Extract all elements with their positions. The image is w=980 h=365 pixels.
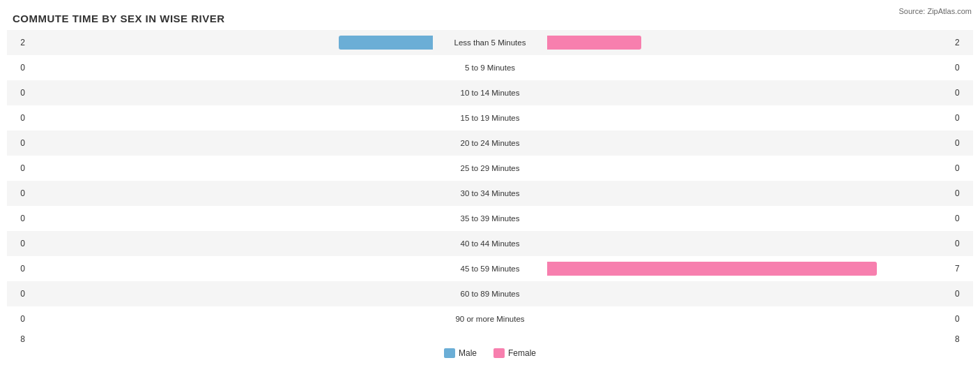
table-row: 0 60 to 89 Minutes 0 bbox=[7, 281, 973, 306]
bars-section: 20 to 24 Minutes bbox=[28, 131, 952, 156]
male-side bbox=[28, 80, 434, 105]
row-label: 40 to 44 Minutes bbox=[434, 239, 546, 248]
male-value: 0 bbox=[7, 188, 28, 198]
female-side bbox=[546, 105, 952, 131]
male-bar bbox=[339, 36, 433, 50]
bars-section: 5 to 9 Minutes bbox=[28, 55, 952, 80]
bars-section: 30 to 34 Minutes bbox=[28, 181, 952, 206]
bars-section: 35 to 39 Minutes bbox=[28, 206, 952, 231]
male-value: 0 bbox=[7, 264, 28, 274]
male-value: 0 bbox=[7, 88, 28, 98]
female-value: 7 bbox=[952, 264, 973, 274]
male-label: Male bbox=[459, 348, 477, 358]
row-label: 25 to 29 Minutes bbox=[434, 164, 546, 172]
axis-left-value: 8 bbox=[7, 334, 28, 344]
table-row: 0 15 to 19 Minutes 0 bbox=[7, 105, 973, 131]
table-row: 0 25 to 29 Minutes 0 bbox=[7, 156, 973, 181]
female-side bbox=[546, 131, 952, 156]
female-side bbox=[546, 181, 952, 206]
male-side bbox=[28, 30, 434, 55]
bottom-axis: 8 8 bbox=[7, 334, 973, 344]
female-side bbox=[546, 256, 952, 281]
female-bar bbox=[547, 262, 877, 276]
table-row: 0 40 to 44 Minutes 0 bbox=[7, 231, 973, 256]
row-label: 90 or more Minutes bbox=[434, 315, 546, 323]
male-color-box bbox=[444, 348, 455, 358]
table-row: 0 5 to 9 Minutes 0 bbox=[7, 55, 973, 80]
bars-section: 10 to 14 Minutes bbox=[28, 80, 952, 105]
female-color-box bbox=[493, 348, 505, 358]
female-value: 0 bbox=[952, 163, 973, 173]
legend: Male Female bbox=[7, 348, 973, 358]
rows-wrapper: 2 Less than 5 Minutes 2 0 5 to 9 Minutes bbox=[7, 30, 973, 332]
bars-section: 45 to 59 Minutes bbox=[28, 256, 952, 281]
male-value: 0 bbox=[7, 239, 28, 248]
female-side bbox=[546, 231, 952, 256]
female-side bbox=[546, 55, 952, 80]
bars-section: 60 to 89 Minutes bbox=[28, 281, 952, 306]
female-value: 0 bbox=[952, 113, 973, 123]
female-label: Female bbox=[508, 348, 536, 358]
row-label: 30 to 34 Minutes bbox=[434, 189, 546, 198]
female-value: 0 bbox=[952, 188, 973, 198]
male-value: 2 bbox=[7, 38, 28, 47]
female-value: 0 bbox=[952, 138, 973, 148]
female-side bbox=[546, 80, 952, 105]
row-label: 10 to 14 Minutes bbox=[434, 89, 546, 97]
female-value: 0 bbox=[952, 314, 973, 324]
male-side bbox=[28, 206, 434, 231]
male-side bbox=[28, 256, 434, 281]
male-value: 0 bbox=[7, 289, 28, 299]
row-label: 35 to 39 Minutes bbox=[434, 214, 546, 223]
male-value: 0 bbox=[7, 163, 28, 173]
bars-section: 25 to 29 Minutes bbox=[28, 156, 952, 181]
male-side bbox=[28, 131, 434, 156]
chart-title: COMMUTE TIME BY SEX IN WISE RIVER bbox=[7, 7, 973, 27]
female-side bbox=[546, 156, 952, 181]
bars-section: Less than 5 Minutes bbox=[28, 30, 952, 55]
female-value: 0 bbox=[952, 239, 973, 248]
female-side bbox=[546, 306, 952, 332]
female-value: 0 bbox=[952, 63, 973, 73]
table-row: 0 90 or more Minutes 0 bbox=[7, 306, 973, 332]
legend-male: Male bbox=[444, 348, 477, 358]
male-value: 0 bbox=[7, 63, 28, 73]
row-label: 60 to 89 Minutes bbox=[434, 290, 546, 298]
table-row: 0 35 to 39 Minutes 0 bbox=[7, 206, 973, 231]
male-side bbox=[28, 105, 434, 131]
row-label: 5 to 9 Minutes bbox=[434, 64, 546, 72]
male-side bbox=[28, 306, 434, 332]
female-side bbox=[546, 281, 952, 306]
female-value: 0 bbox=[952, 214, 973, 223]
bars-section: 90 or more Minutes bbox=[28, 306, 952, 332]
male-side bbox=[28, 231, 434, 256]
female-side bbox=[546, 206, 952, 231]
male-value: 0 bbox=[7, 113, 28, 123]
female-bar bbox=[547, 36, 641, 50]
male-side bbox=[28, 156, 434, 181]
table-row: 0 10 to 14 Minutes 0 bbox=[7, 80, 973, 105]
bars-section: 15 to 19 Minutes bbox=[28, 105, 952, 131]
row-label: Less than 5 Minutes bbox=[434, 38, 546, 47]
male-value: 0 bbox=[7, 214, 28, 223]
female-side bbox=[546, 30, 952, 55]
female-value: 0 bbox=[952, 289, 973, 299]
male-value: 0 bbox=[7, 138, 28, 148]
female-value: 0 bbox=[952, 88, 973, 98]
table-row: 0 20 to 24 Minutes 0 bbox=[7, 131, 973, 156]
bars-section: 40 to 44 Minutes bbox=[28, 231, 952, 256]
row-label: 20 to 24 Minutes bbox=[434, 139, 546, 147]
male-side bbox=[28, 281, 434, 306]
male-value: 0 bbox=[7, 314, 28, 324]
table-row: 2 Less than 5 Minutes 2 bbox=[7, 30, 973, 55]
female-value: 2 bbox=[952, 38, 973, 47]
male-side bbox=[28, 55, 434, 80]
male-side bbox=[28, 181, 434, 206]
row-label: 45 to 59 Minutes bbox=[434, 265, 546, 273]
axis-right-value: 8 bbox=[952, 334, 973, 344]
chart-container: COMMUTE TIME BY SEX IN WISE RIVER Source… bbox=[0, 0, 980, 365]
table-row: 0 30 to 34 Minutes 0 bbox=[7, 181, 973, 206]
source-label: Source: ZipAtlas.com bbox=[898, 7, 972, 15]
row-label: 15 to 19 Minutes bbox=[434, 114, 546, 122]
table-row: 0 45 to 59 Minutes 7 bbox=[7, 256, 973, 281]
